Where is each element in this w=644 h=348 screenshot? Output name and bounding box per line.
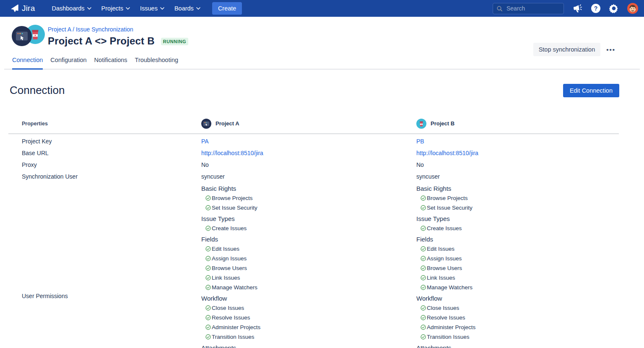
nav-issues-label: Issues [140, 5, 158, 12]
user-avatar-button[interactable] [627, 3, 638, 14]
connection-section-title: Connection [10, 84, 65, 97]
project-a-value[interactable]: http://localhost:8510/jira [201, 150, 263, 156]
chevron-down-icon [87, 7, 91, 10]
permission-group: Basic RightsBrowse ProjectsSet Issue Sec… [416, 184, 619, 213]
status-badge: RUNNING [161, 38, 189, 45]
nav-dashboards[interactable]: Dashboards [52, 5, 91, 12]
project-b-column-label: Project B [431, 120, 454, 127]
project-b-value[interactable]: http://localhost:8510/jira [416, 150, 478, 156]
permission-item: Administer Projects [416, 322, 619, 332]
project-a-value[interactable]: PA [201, 138, 209, 145]
property-row: ProxyNoNo [8, 159, 619, 171]
jira-logo[interactable]: Jira [10, 4, 35, 13]
jira-logo-text: Jira [22, 4, 35, 13]
check-icon [205, 334, 211, 340]
permission-group-title: Issue Types [201, 214, 416, 223]
permission-group: FieldsEdit IssuesAssign IssuesBrowse Use… [201, 234, 416, 292]
project-a-avatar-small [201, 119, 211, 129]
permission-item-label: Browse Users [212, 265, 247, 271]
check-icon [205, 315, 211, 320]
permission-item-label: Manage Watchers [212, 284, 257, 291]
permission-item: Assign Issues [416, 254, 619, 263]
permission-item-label: Resolve Issues [212, 314, 250, 321]
tab-connection[interactable]: Connection [12, 57, 43, 70]
permission-item: Link Issues [416, 273, 619, 283]
announcement-button[interactable] [572, 3, 583, 14]
help-button[interactable]: ? [591, 4, 600, 13]
property-rows: Project KeyPAPBBase URLhttp://localhost:… [8, 135, 619, 182]
nav-dashboards-label: Dashboards [52, 5, 84, 12]
permission-item: Create Issues [416, 223, 619, 233]
check-icon [205, 265, 211, 271]
check-icon [205, 256, 211, 261]
permission-item: Transition Issues [416, 332, 619, 342]
permission-item-label: Link Issues [212, 275, 240, 281]
permission-item-label: Transition Issues [212, 334, 254, 340]
check-icon [421, 265, 426, 271]
breadcrumb[interactable]: Project A / Issue Synchronization [48, 26, 133, 33]
check-icon [205, 246, 211, 252]
property-row: Synchronization Usersyncusersyncuser [8, 171, 619, 182]
permission-item-label: Create Issues [212, 225, 247, 231]
permission-item: Manage Watchers [416, 283, 619, 292]
permission-item: Browse Users [201, 263, 416, 273]
permission-item-label: Set Issue Security [427, 205, 473, 211]
permission-group: AttachmentsCreate Attachments [201, 343, 416, 348]
tab-configuration[interactable]: Configuration [50, 57, 86, 70]
permission-item-label: Edit Issues [212, 246, 239, 252]
permission-item-label: Manage Watchers [427, 284, 473, 291]
project-a-value: No [201, 161, 209, 168]
project-a-value: syncuser [201, 173, 225, 180]
permission-group: AttachmentsCreate Attachments [416, 343, 619, 348]
project-a-avatar [12, 26, 32, 48]
permission-group: WorkflowClose IssuesResolve IssuesAdmini… [416, 293, 619, 342]
permission-item: Assign Issues [201, 254, 416, 263]
project-b-value[interactable]: PB [416, 138, 424, 145]
nav-boards[interactable]: Boards [174, 5, 200, 12]
permission-group: Basic RightsBrowse ProjectsSet Issue Sec… [201, 184, 416, 213]
check-icon [205, 195, 211, 201]
ellipsis-icon: ••• [606, 46, 615, 53]
project-b-value: No [416, 161, 424, 168]
check-icon [421, 315, 426, 320]
navbar-search[interactable] [493, 3, 564, 14]
check-icon [421, 334, 426, 340]
permission-group-title: Basic Rights [201, 184, 416, 193]
project-a-permissions: Basic RightsBrowse ProjectsSet Issue Sec… [201, 182, 416, 348]
project-b-avatar-small [416, 119, 426, 129]
permission-item-label: Assign Issues [427, 255, 462, 262]
tab-notifications[interactable]: Notifications [94, 57, 127, 70]
permission-item: Resolve Issues [416, 313, 619, 322]
permission-item-label: Edit Issues [427, 246, 454, 252]
permission-item-label: Browse Projects [427, 195, 468, 201]
property-label: Project Key [8, 135, 201, 147]
permission-item: Browse Users [416, 263, 619, 273]
page-title: Project A <> Project B [48, 35, 155, 47]
settings-button[interactable] [609, 3, 619, 13]
nav-projects[interactable]: Projects [101, 5, 130, 12]
project-b-column-header: Project B [416, 119, 619, 129]
user-avatar [627, 3, 638, 14]
permission-group-title: Workflow [201, 293, 416, 303]
create-button[interactable]: Create [212, 2, 242, 15]
edit-connection-button[interactable]: Edit Connection [563, 84, 619, 97]
stop-synchronization-button[interactable]: Stop synchronization [533, 43, 601, 56]
check-icon [421, 195, 426, 201]
permission-item: Edit Issues [201, 244, 416, 254]
check-icon [205, 305, 211, 311]
permission-item: Close Issues [416, 303, 619, 313]
permission-group: WorkflowClose IssuesResolve IssuesAdmini… [201, 293, 416, 342]
tab-troubleshooting[interactable]: Troubleshooting [135, 57, 178, 70]
search-input[interactable] [506, 5, 556, 12]
megaphone-icon [571, 3, 583, 14]
permission-item-label: Administer Projects [427, 324, 475, 330]
permission-item: Browse Projects [416, 193, 619, 203]
project-b-value: syncuser [416, 173, 440, 180]
permission-group: Issue TypesCreate Issues [416, 214, 619, 233]
property-label: Proxy [8, 159, 201, 171]
permission-item-label: Create Issues [427, 225, 462, 231]
permission-item-label: Resolve Issues [427, 314, 465, 321]
more-actions-button[interactable]: ••• [605, 44, 616, 55]
nav-issues[interactable]: Issues [140, 5, 164, 12]
check-icon [421, 205, 426, 210]
